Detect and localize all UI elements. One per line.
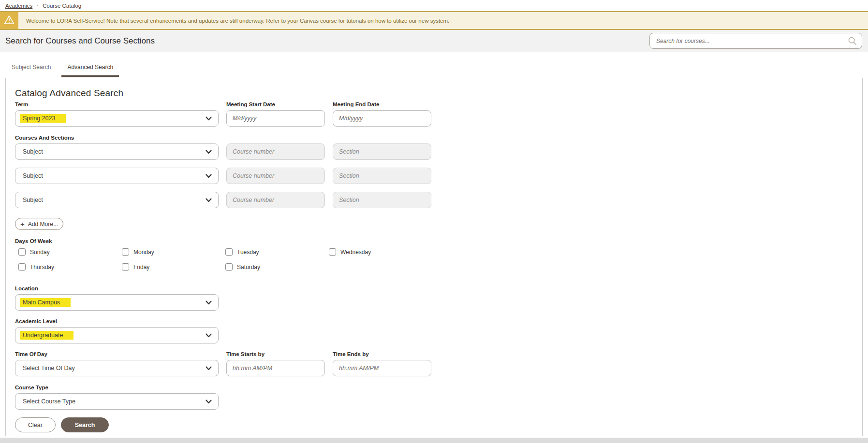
- breadcrumb-item-course-catalog: Course Catalog: [43, 3, 81, 9]
- checkbox-saturday[interactable]: Saturday: [225, 263, 329, 271]
- warning-banner: Welcome to LORA Self-Service! Note that …: [0, 11, 868, 30]
- academic-level-label: Academic Level: [15, 318, 862, 325]
- tab-subject-search[interactable]: Subject Search: [6, 64, 57, 77]
- horizontal-scrollbar[interactable]: [0, 438, 868, 443]
- add-more-label: Add More...: [28, 221, 58, 228]
- course-number-input-1[interactable]: [226, 143, 325, 160]
- warning-triangle-icon: [4, 15, 15, 27]
- course-type-select-value: Select Course Type: [18, 398, 75, 405]
- checkbox-sunday[interactable]: Sunday: [18, 248, 122, 256]
- academic-level-select-value: Undergraduate: [20, 331, 74, 340]
- subject-select-3[interactable]: Subject: [15, 192, 219, 208]
- meeting-end-date-label: Meeting End Date: [333, 101, 431, 108]
- checkbox-icon[interactable]: [122, 263, 129, 271]
- plus-icon: +: [20, 220, 25, 228]
- time-of-day-select-value: Select Time Of Day: [18, 365, 75, 372]
- page-title: Search for Courses and Course Sections: [5, 36, 155, 46]
- checkbox-tuesday[interactable]: Tuesday: [225, 248, 329, 256]
- days-of-week-group: Sunday Monday Tuesday Wednesday Thursday…: [18, 248, 862, 271]
- checkbox-wednesday[interactable]: Wednesday: [329, 248, 432, 256]
- checkbox-icon[interactable]: [225, 248, 233, 256]
- time-starts-by-input[interactable]: [226, 360, 325, 376]
- add-more-button[interactable]: + Add More...: [15, 218, 63, 230]
- days-of-week-label: Days Of Week: [15, 238, 862, 244]
- form-actions: Clear Search: [15, 417, 862, 432]
- course-search-box: [649, 33, 862, 49]
- subject-select-3-value: Subject: [18, 197, 43, 203]
- term-select-value: Spring 2023: [20, 114, 66, 123]
- term-select[interactable]: Spring 2023: [15, 110, 219, 127]
- meeting-end-date-input[interactable]: [333, 110, 431, 127]
- academic-level-select[interactable]: Undergraduate: [15, 327, 219, 343]
- chevron-down-icon: [206, 400, 212, 404]
- section-input-1[interactable]: [333, 143, 431, 160]
- banner-message: Welcome to LORA Self-Service! Note that …: [18, 12, 449, 29]
- checkbox-friday[interactable]: Friday: [122, 263, 225, 271]
- section-input-3[interactable]: [333, 192, 431, 208]
- chevron-down-icon: [206, 333, 212, 338]
- section-input-2[interactable]: [333, 168, 431, 184]
- course-type-select[interactable]: Select Course Type: [15, 393, 219, 410]
- time-of-day-select[interactable]: Select Time Of Day: [15, 360, 219, 376]
- location-label: Location: [15, 285, 862, 292]
- time-starts-by-label: Time Starts by: [226, 351, 325, 357]
- breadcrumb-separator-icon: [37, 5, 38, 6]
- search-icon[interactable]: [848, 36, 857, 45]
- time-ends-by-label: Time Ends by: [333, 351, 431, 357]
- advanced-search-panel: Catalog Advanced Search Term Meeting Sta…: [5, 78, 863, 436]
- course-number-input-3[interactable]: [226, 192, 325, 208]
- checkbox-icon[interactable]: [18, 248, 26, 256]
- page-header: Search for Courses and Course Sections: [0, 30, 868, 52]
- chevron-down-icon: [206, 198, 212, 202]
- subject-select-2-value: Subject: [18, 172, 43, 179]
- meeting-start-date-input[interactable]: [226, 110, 325, 127]
- checkbox-thursday[interactable]: Thursday: [18, 263, 122, 271]
- subject-select-2[interactable]: Subject: [15, 168, 219, 184]
- clear-button[interactable]: Clear: [15, 417, 56, 432]
- checkbox-icon[interactable]: [329, 248, 336, 256]
- course-search-input[interactable]: [656, 38, 848, 44]
- chevron-down-icon: [206, 116, 212, 121]
- catalog-advanced-search-heading: Catalog Advanced Search: [15, 88, 862, 98]
- checkbox-icon[interactable]: [122, 248, 129, 256]
- breadcrumb-link-academics[interactable]: Academics: [5, 3, 32, 9]
- time-of-day-label: Time Of Day: [15, 351, 219, 357]
- checkbox-icon[interactable]: [18, 263, 26, 271]
- course-number-input-2[interactable]: [226, 168, 325, 184]
- chevron-down-icon: [206, 366, 212, 371]
- location-select-value: Main Campus: [20, 298, 71, 307]
- time-ends-by-input[interactable]: [333, 360, 431, 376]
- chevron-down-icon: [206, 300, 212, 305]
- meeting-start-date-label: Meeting Start Date: [226, 101, 325, 108]
- search-button[interactable]: Search: [61, 417, 109, 432]
- checkbox-icon[interactable]: [225, 263, 233, 271]
- subject-select-1[interactable]: Subject: [15, 143, 219, 160]
- chevron-down-icon: [206, 150, 212, 154]
- subject-select-1-value: Subject: [18, 148, 43, 155]
- location-select[interactable]: Main Campus: [15, 294, 219, 311]
- courses-and-sections-label: Courses And Sections: [15, 134, 862, 141]
- checkbox-monday[interactable]: Monday: [122, 248, 225, 256]
- chevron-down-icon: [206, 174, 212, 178]
- term-label: Term: [15, 101, 219, 108]
- breadcrumb: Academics Course Catalog: [0, 0, 868, 11]
- warning-icon-box: [0, 12, 18, 29]
- tab-bar: Subject Search Advanced Search: [0, 52, 868, 77]
- tab-advanced-search[interactable]: Advanced Search: [61, 64, 119, 77]
- course-type-label: Course Type: [15, 384, 862, 391]
